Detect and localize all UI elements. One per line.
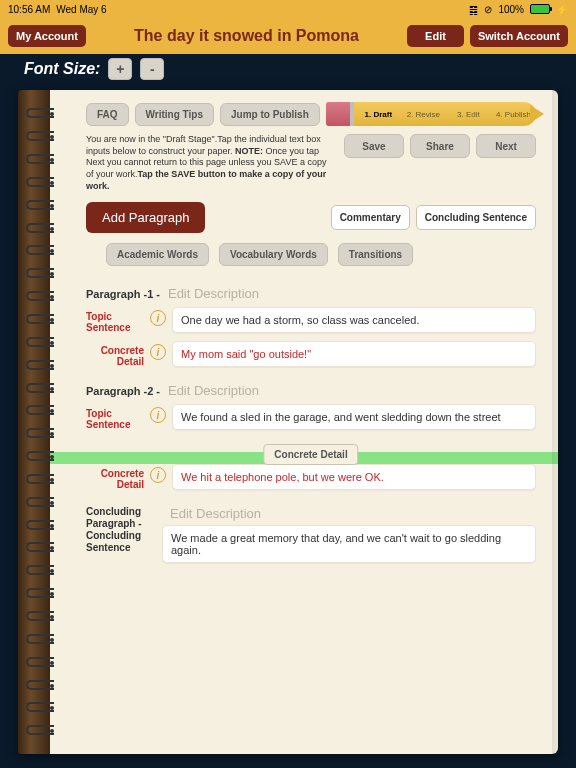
my-account-button[interactable]: My Account [8, 25, 86, 47]
font-size-label: Font Size: [24, 60, 100, 78]
concluding-sentence-button[interactable]: Concluding Sentence [416, 205, 536, 230]
status-time: 10:56 AM [8, 4, 50, 15]
paragraph-1: Paragraph -1 - Edit Description Topic Se… [86, 286, 536, 367]
stage-pencil: 1. Draft 2. Revise 3. Edit 4. Publish [326, 102, 536, 126]
spiral-binding [26, 90, 54, 754]
vocabulary-words-button[interactable]: Vocabulary Words [219, 243, 328, 266]
info-icon[interactable]: i [150, 344, 166, 360]
p2-detail-input[interactable]: We hit a telephone pole, but we were OK. [172, 464, 536, 490]
concluding-label: Concluding Paragraph - Concluding Senten… [86, 506, 156, 554]
stage-publish[interactable]: 4. Publish [491, 110, 536, 119]
charging-icon: ⚡ [556, 4, 568, 15]
share-button[interactable]: Share [410, 134, 470, 158]
concrete-detail-drag-label[interactable]: Concrete Detail [263, 444, 358, 465]
page-title: The day it snowed in Pomona [134, 27, 359, 45]
writing-tips-button[interactable]: Writing Tips [135, 103, 214, 126]
wifi-icon: ䷿ [469, 4, 478, 15]
commentary-button[interactable]: Commentary [331, 205, 410, 230]
info-icon[interactable]: i [150, 310, 166, 326]
edit-description-1[interactable]: Edit Description [168, 286, 259, 301]
switch-account-button[interactable]: Switch Account [470, 25, 568, 47]
add-paragraph-button[interactable]: Add Paragraph [86, 202, 205, 233]
concluding-input[interactable]: We made a great memory that day, and we … [162, 525, 536, 563]
info-icon[interactable]: i [150, 467, 166, 483]
p2-topic-input[interactable]: We found a sled in the garage, and went … [172, 404, 536, 430]
info-icon[interactable]: i [150, 407, 166, 423]
edit-button[interactable]: Edit [407, 25, 464, 47]
next-button[interactable]: Next [476, 134, 536, 158]
concrete-detail-label: Concrete Detail [86, 464, 144, 490]
font-increase-button[interactable]: + [108, 58, 132, 80]
topic-sentence-label: Topic Sentence [86, 307, 144, 333]
save-button[interactable]: Save [344, 134, 404, 158]
font-decrease-button[interactable]: - [140, 58, 164, 80]
paragraph-1-title: Paragraph -1 - [86, 288, 160, 300]
font-size-row: Font Size: + - [0, 54, 576, 84]
p1-detail-input[interactable]: My mom said "go outside!" [172, 341, 536, 367]
topic-sentence-label: Topic Sentence [86, 404, 144, 430]
edit-description-2[interactable]: Edit Description [168, 383, 259, 398]
edit-description-concl[interactable]: Edit Description [170, 506, 536, 521]
paragraph-2-title: Paragraph -2 - [86, 385, 160, 397]
faq-button[interactable]: FAQ [86, 103, 129, 126]
paragraph-2: Paragraph -2 - Edit Description Topic Se… [86, 383, 536, 490]
p1-topic-input[interactable]: One day we had a storm, so class was can… [172, 307, 536, 333]
help-text: You are now in the "Draft Stage".Tap the… [86, 134, 336, 192]
battery-icon [530, 4, 550, 14]
notebook-page: FAQ Writing Tips Jump to Publish 1. Draf… [50, 90, 558, 754]
concluding-paragraph: Concluding Paragraph - Concluding Senten… [86, 506, 536, 563]
concrete-detail-label: Concrete Detail [86, 341, 144, 367]
stage-edit[interactable]: 3. Edit [446, 110, 491, 119]
status-date: Wed May 6 [56, 4, 106, 15]
academic-words-button[interactable]: Academic Words [106, 243, 209, 266]
battery-percent: 100% [498, 4, 524, 15]
transitions-button[interactable]: Transitions [338, 243, 413, 266]
stage-draft[interactable]: 1. Draft [356, 110, 401, 119]
jump-to-publish-button[interactable]: Jump to Publish [220, 103, 320, 126]
header-bar: My Account The day it snowed in Pomona E… [0, 18, 576, 54]
orientation-lock-icon: ⊘ [484, 4, 492, 15]
notebook: FAQ Writing Tips Jump to Publish 1. Draf… [18, 90, 558, 754]
stage-revise[interactable]: 2. Revise [401, 110, 446, 119]
status-bar: 10:56 AM Wed May 6 ䷿ ⊘ 100% ⚡ [0, 0, 576, 18]
